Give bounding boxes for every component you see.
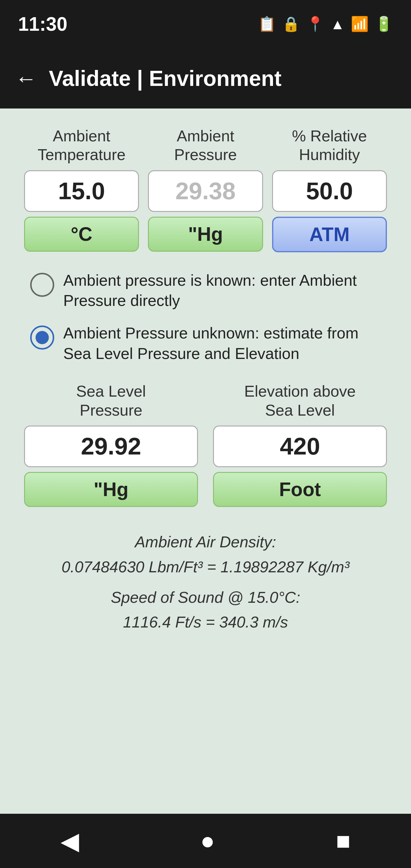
radio-inner-estimate-pressure — [36, 331, 49, 344]
sea-level-pressure-card: Sea LevelPressure "Hg — [24, 382, 198, 507]
wifi-icon: ▲ — [330, 16, 345, 33]
elevation-label: Elevation aboveSea Level — [244, 382, 355, 420]
status-bar: 11:30 📋 🔒 📍 ▲ 📶 🔋 — [0, 0, 411, 48]
signal-icon: 📶 — [351, 16, 369, 33]
radio-circle-known-pressure — [30, 273, 54, 297]
ambient-temperature-input[interactable] — [24, 170, 139, 212]
main-content: AmbientTemperature °C AmbientPressure "H… — [0, 108, 411, 814]
ambient-temperature-unit-button[interactable]: °C — [24, 217, 139, 252]
relative-humidity-input[interactable] — [272, 170, 387, 212]
sea-level-pressure-unit-button[interactable]: "Hg — [24, 472, 198, 507]
relative-humidity-card: % RelativeHumidity ATM — [272, 127, 387, 252]
status-time: 11:30 — [18, 13, 67, 35]
status-icons: 📋 🔒 📍 ▲ 📶 🔋 — [258, 16, 393, 33]
elevation-card: Elevation aboveSea Level Foot — [213, 382, 387, 507]
sea-level-pressure-label: Sea LevelPressure — [76, 382, 146, 420]
ambient-pressure-input[interactable] — [148, 170, 263, 212]
relative-humidity-unit-button[interactable]: ATM — [272, 217, 387, 252]
radio-label-estimate-pressure: Ambient Pressure unknown: estimate from … — [63, 323, 381, 364]
lock-icon: 🔒 — [282, 16, 300, 33]
radio-option-estimate-pressure[interactable]: Ambient Pressure unknown: estimate from … — [30, 323, 381, 364]
results-section: Ambient Air Density: 0.07484630 Lbm/Ft³ … — [24, 525, 387, 642]
back-button[interactable]: ← — [12, 63, 40, 94]
nav-home-button[interactable]: ● — [188, 821, 227, 861]
location-icon: 📍 — [306, 16, 324, 33]
top-metrics-row: AmbientTemperature °C AmbientPressure "H… — [24, 127, 387, 252]
radio-section: Ambient pressure is known: enter Ambient… — [24, 270, 387, 364]
doc-icon: 📋 — [258, 16, 276, 33]
air-density-value: 0.07484630 Lbm/Ft³ = 1.19892287 Kg/m³ — [36, 556, 375, 578]
lower-metrics-row: Sea LevelPressure "Hg Elevation aboveSea… — [24, 382, 387, 507]
speed-of-sound-value: 1116.4 Ft/s = 340.3 m/s — [36, 611, 375, 633]
app-bar: ← Validate | Environment — [0, 48, 411, 108]
elevation-unit-button[interactable]: Foot — [213, 472, 387, 507]
nav-recent-button[interactable]: ■ — [324, 821, 362, 861]
battery-icon: 🔋 — [375, 16, 393, 33]
elevation-input[interactable] — [213, 426, 387, 467]
ambient-pressure-unit-button[interactable]: "Hg — [148, 217, 263, 252]
radio-option-known-pressure[interactable]: Ambient pressure is known: enter Ambient… — [30, 270, 381, 311]
sea-level-pressure-input[interactable] — [24, 426, 198, 467]
ambient-temperature-label: AmbientTemperature — [38, 127, 126, 164]
radio-circle-estimate-pressure — [30, 326, 54, 350]
page-title: Validate | Environment — [49, 66, 281, 91]
ambient-temperature-card: AmbientTemperature °C — [24, 127, 139, 252]
nav-back-button[interactable]: ◀ — [49, 821, 91, 861]
ambient-pressure-card: AmbientPressure "Hg — [148, 127, 263, 252]
air-density-label: Ambient Air Density: — [36, 531, 375, 553]
radio-label-known-pressure: Ambient pressure is known: enter Ambient… — [63, 270, 381, 311]
relative-humidity-label: % RelativeHumidity — [292, 127, 367, 164]
bottom-nav: ◀ ● ■ — [0, 814, 411, 868]
speed-of-sound-label: Speed of Sound @ 15.0°C: — [36, 587, 375, 609]
ambient-pressure-label: AmbientPressure — [174, 127, 237, 164]
